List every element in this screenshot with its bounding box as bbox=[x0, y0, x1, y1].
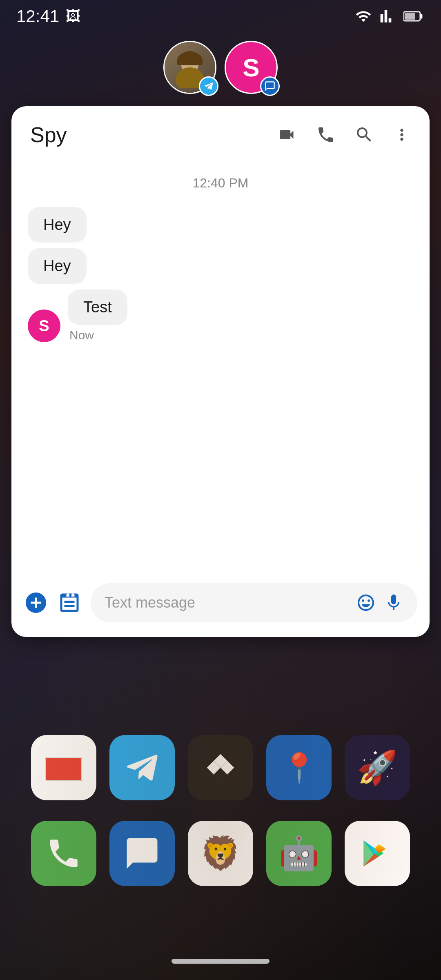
signal-icon bbox=[379, 8, 397, 24]
message-timestamp: 12:40 PM bbox=[28, 176, 413, 191]
messages-icon bbox=[264, 80, 276, 92]
message-time: Now bbox=[69, 328, 127, 342]
nav-bar bbox=[172, 959, 270, 964]
notification-bubbles: S bbox=[163, 41, 278, 94]
message-group: Hey Hey S Test Now bbox=[28, 207, 413, 342]
sender-avatar: S bbox=[28, 310, 60, 342]
chat-messages[interactable]: 12:40 PM Hey Hey S Test Now bbox=[11, 159, 430, 573]
chat-input-area: Text message bbox=[11, 573, 430, 637]
emoji-button[interactable] bbox=[356, 593, 376, 612]
status-time: 12:41 bbox=[16, 7, 59, 26]
chat-title: Spy bbox=[30, 122, 67, 147]
status-bar: 12:41 🖼 bbox=[0, 0, 441, 33]
add-button[interactable] bbox=[24, 590, 48, 615]
text-message-input[interactable]: Text message bbox=[91, 583, 417, 622]
bubble-2[interactable]: S bbox=[225, 41, 278, 94]
attach-button[interactable] bbox=[57, 590, 82, 615]
message-bubble-group-3: S Test Now bbox=[28, 290, 127, 342]
messages-bubble-badge bbox=[260, 76, 280, 96]
search-icon[interactable] bbox=[354, 125, 374, 145]
chat-window: Spy bbox=[11, 106, 430, 637]
status-icons bbox=[354, 8, 425, 24]
gallery-icon: 🖼 bbox=[66, 8, 80, 25]
battery-icon bbox=[403, 8, 425, 24]
mic-button[interactable] bbox=[384, 593, 403, 612]
svg-rect-1 bbox=[405, 13, 415, 20]
bubble-1[interactable] bbox=[163, 41, 216, 94]
wifi-icon bbox=[354, 8, 372, 24]
telegram-icon bbox=[203, 80, 214, 92]
more-options-icon[interactable] bbox=[393, 125, 411, 145]
message-bubble-1: Hey bbox=[28, 207, 87, 243]
phone-call-icon[interactable] bbox=[316, 125, 336, 145]
video-call-icon[interactable] bbox=[276, 126, 297, 144]
message-bubble-2: Hey bbox=[28, 248, 87, 284]
svg-rect-2 bbox=[420, 14, 423, 18]
message-bubble-3: Test bbox=[68, 290, 127, 325]
telegram-bubble-badge bbox=[199, 76, 218, 96]
settings-label[interactable]: Settings bbox=[361, 346, 416, 363]
chat-actions bbox=[276, 125, 411, 145]
chat-header: Spy bbox=[11, 106, 430, 159]
